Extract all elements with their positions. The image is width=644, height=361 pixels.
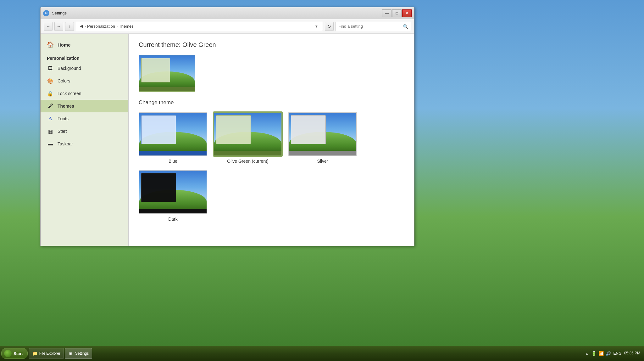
fonts-icon: A (47, 115, 54, 122)
system-clock[interactable]: 05:35 PM (624, 351, 640, 356)
maximize-button[interactable]: □ (392, 9, 402, 17)
lock-screen-icon: 🔒 (47, 90, 54, 97)
close-button[interactable]: ✕ (402, 9, 412, 17)
theme-thumbnail-dark[interactable] (139, 170, 207, 214)
breadcrumb-themes: Themes (119, 24, 134, 29)
sidebar-item-background-label: Background (58, 66, 81, 71)
settings-window: ⚙ Settings — □ ✕ ← → ↑ 🖥 › Personalizati… (40, 7, 414, 246)
main-area: 🏠 Home Personalization 🖼 Background 🎨 Co… (41, 34, 414, 246)
sidebar-item-fonts-label: Fonts (58, 116, 69, 121)
search-input[interactable] (338, 24, 401, 29)
sidebar-item-colors-label: Colors (58, 78, 70, 83)
taskbar-icon: ▬ (47, 140, 54, 147)
background-icon: 🖼 (47, 65, 54, 72)
theme-thumbnail-blue[interactable] (139, 112, 207, 156)
sidebar-item-start[interactable]: ▦ Start (41, 125, 128, 138)
window-title: Settings (52, 11, 382, 15)
sidebar-item-themes-label: Themes (58, 104, 74, 109)
settings-taskbar-icon: ⚙ (68, 351, 73, 356)
taskbar: Start 📁 File Explorer ⚙ Settings ▲ 🔋 📶 🔊… (0, 346, 644, 361)
taskbar-item-file-explorer[interactable]: 📁 File Explorer (29, 348, 64, 359)
start-orb (4, 350, 12, 357)
back-button[interactable]: ← (44, 22, 53, 31)
colors-icon: 🎨 (47, 77, 54, 84)
address-bar: 🖥 › Personalization › Themes ▾ (76, 22, 323, 31)
wifi-icon: 📶 (598, 351, 604, 356)
home-icon: 🏠 (47, 41, 54, 48)
up-button[interactable]: ↑ (65, 22, 74, 31)
current-theme-preview[interactable] (139, 55, 195, 92)
system-tray: ▲ 🔋 📶 🔊 ENG 05:35 PM (583, 351, 643, 356)
refresh-button[interactable]: ↻ (325, 22, 334, 31)
themes-icon: 🖌 (47, 103, 54, 110)
theme-thumbnail-silver[interactable] (288, 112, 357, 156)
clock-time: 05:35 PM (624, 351, 640, 356)
window-icon: ⚙ (43, 10, 49, 16)
theme-item-dark[interactable]: Dark (139, 170, 207, 222)
sidebar-section-title: Personalization (41, 53, 128, 62)
sidebar: 🏠 Home Personalization 🖼 Background 🎨 Co… (41, 34, 129, 246)
current-theme-title: Current theme: Olive Green (139, 41, 404, 48)
navigation-bar: ← → ↑ 🖥 › Personalization › Themes ▾ ↻ 🔍 (41, 19, 414, 34)
minimize-button[interactable]: — (382, 9, 391, 17)
battery-icon: 🔋 (591, 351, 597, 356)
sidebar-item-start-label: Start (58, 129, 67, 134)
theme-item-blue[interactable]: Blue (139, 112, 207, 164)
sidebar-item-background[interactable]: 🖼 Background (41, 62, 128, 75)
theme-label-olive-green: Olive Green (current) (227, 159, 268, 164)
volume-icon: 🔊 (606, 351, 611, 356)
theme-thumbnail-olive-green[interactable] (214, 112, 282, 156)
start-button-label: Start (14, 351, 23, 356)
sidebar-item-lock-screen[interactable]: 🔒 Lock screen (41, 87, 128, 100)
theme-item-olive-green[interactable]: Olive Green (current) (214, 112, 282, 164)
forward-button[interactable]: → (54, 22, 63, 31)
address-dropdown-button[interactable]: ▾ (313, 22, 320, 31)
breadcrumb-personalization[interactable]: Personalization (87, 24, 115, 29)
sidebar-item-themes[interactable]: 🖌 Themes (41, 100, 128, 112)
theme-label-silver: Silver (317, 159, 328, 164)
taskbar-item-settings[interactable]: ⚙ Settings (65, 348, 92, 359)
file-explorer-icon: 📁 (32, 351, 37, 356)
sidebar-item-home[interactable]: 🏠 Home (41, 39, 128, 51)
start-button[interactable]: Start (1, 348, 28, 359)
search-bar: 🔍 (336, 22, 411, 31)
sidebar-item-colors[interactable]: 🎨 Colors (41, 75, 128, 87)
sidebar-home-label: Home (58, 42, 71, 48)
change-theme-title: Change theme (139, 99, 404, 106)
tray-chevron-icon[interactable]: ▲ (585, 352, 589, 355)
search-icon: 🔍 (403, 24, 408, 29)
themes-grid: Blue Olive Green (current) (139, 112, 404, 222)
theme-label-blue: Blue (169, 159, 177, 164)
start-icon: ▦ (47, 128, 54, 135)
sidebar-item-taskbar[interactable]: ▬ Taskbar (41, 138, 128, 150)
content-area: Current theme: Olive Green Change theme (129, 34, 414, 246)
sidebar-item-fonts[interactable]: A Fonts (41, 112, 128, 125)
theme-label-dark: Dark (168, 217, 178, 222)
taskbar-item-file-explorer-label: File Explorer (39, 351, 60, 356)
window-controls: — □ ✕ (382, 9, 412, 17)
tray-icons: 🔋 📶 🔊 (591, 351, 611, 356)
sidebar-item-lock-screen-label: Lock screen (58, 91, 81, 96)
title-bar: ⚙ Settings — □ ✕ (41, 7, 414, 19)
theme-item-silver[interactable]: Silver (288, 112, 357, 164)
taskbar-items: 📁 File Explorer ⚙ Settings (29, 348, 581, 359)
taskbar-item-settings-label: Settings (75, 351, 89, 356)
address-computer-icon: 🖥 (79, 24, 83, 29)
sidebar-item-taskbar-label: Taskbar (58, 141, 73, 146)
tray-lang: ENG (613, 351, 622, 356)
